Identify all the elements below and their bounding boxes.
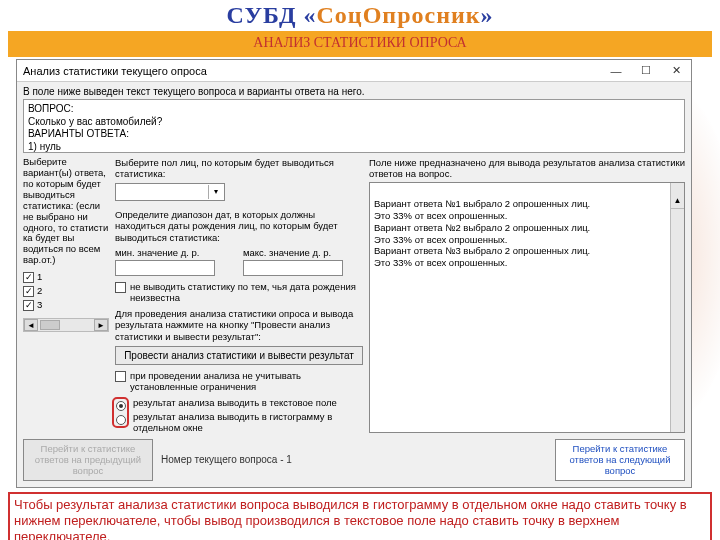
run-analysis-hint: Для проведения анализа статистики опроса… xyxy=(115,308,363,342)
current-question-box: ВОПРОС: Сколько у вас автомобилей? ВАРИА… xyxy=(23,99,685,153)
birthdate-range-label: Определите диапозон дат, в которых должн… xyxy=(115,209,363,243)
scroll-up-icon[interactable]: ▲ xyxy=(671,195,684,209)
maximize-icon[interactable]: ☐ xyxy=(631,60,661,82)
gender-select[interactable]: ▾ xyxy=(115,183,225,201)
output-histogram-radio[interactable] xyxy=(116,415,126,425)
ignore-limits-checkbox[interactable]: при проведении анализа не учитывать уста… xyxy=(115,370,363,393)
close-icon[interactable]: ✕ xyxy=(661,60,691,82)
page-subtitle: АНАЛИЗ СТАТИСТИКИ ОПРОСА xyxy=(8,31,712,57)
answer-variants-label: Выберите вариант(ы) ответа, по которым б… xyxy=(23,157,109,266)
app-title: СУБД «СоцОпросник» xyxy=(0,0,720,29)
variant-checkbox-2[interactable]: ✓2 xyxy=(23,284,109,298)
window-title: Анализ статистики текущего опроса xyxy=(23,65,207,77)
min-birthdate-label: мин. значение д. р. xyxy=(115,247,235,258)
prev-question-button: Перейти к статистике ответов на предыдущ… xyxy=(23,439,153,481)
max-birthdate-label: макс. значение д. р. xyxy=(243,247,363,258)
next-question-button[interactable]: Перейти к статистике ответов на следующи… xyxy=(555,439,685,481)
output-text-radio[interactable] xyxy=(116,401,126,411)
gender-filter-label: Выберите пол лиц, по которым будет вывод… xyxy=(115,157,363,180)
variant-checkbox-1[interactable]: ✓1 xyxy=(23,270,109,284)
filters-panel: Выберите пол лиц, по которым будет вывод… xyxy=(115,157,363,433)
titlebar: Анализ статистики текущего опроса — ☐ ✕ xyxy=(17,60,691,82)
results-textbox[interactable]: Вариант ответа №1 выбрало 2 опрошенных л… xyxy=(369,182,685,433)
minimize-icon[interactable]: — xyxy=(601,60,631,82)
results-scrollbar[interactable]: ▲ xyxy=(670,183,684,432)
scroll-left-icon[interactable]: ◄ xyxy=(24,319,38,331)
answer-variants-panel: Выберите вариант(ы) ответа, по которым б… xyxy=(23,157,109,433)
output-histogram-radio-label: результат анализа выводить в гистограмму… xyxy=(133,411,363,433)
variants-scrollbar[interactable]: ◄ ► xyxy=(23,318,109,332)
max-birthdate-input[interactable] xyxy=(243,260,343,276)
chevron-down-icon: ▾ xyxy=(208,185,222,199)
instruction-callout: Чтобы результат анализа статистики вопро… xyxy=(8,492,712,540)
question-field-hint: В поле ниже выведен текст текущего вопро… xyxy=(23,86,685,97)
analysis-window: Анализ статистики текущего опроса — ☐ ✕ … xyxy=(16,59,692,488)
current-question-number: Номер текущего вопроса - 1 xyxy=(161,454,292,465)
scroll-right-icon[interactable]: ► xyxy=(94,319,108,331)
exclude-unknown-birthdate-checkbox[interactable]: не выводить статистику по тем, чья дата … xyxy=(115,281,363,304)
results-label: Поле ниже предназначено для вывода резул… xyxy=(369,157,685,179)
output-mode-radio-group-highlight xyxy=(112,397,129,428)
output-text-radio-label: результат анализа выводить в текстовое п… xyxy=(133,397,363,408)
variant-checkbox-3[interactable]: ✓3 xyxy=(23,298,109,312)
results-panel: Поле ниже предназначено для вывода резул… xyxy=(369,157,685,433)
min-birthdate-input[interactable] xyxy=(115,260,215,276)
run-analysis-button[interactable]: Провести анализ статистики и вывести рез… xyxy=(115,346,363,365)
